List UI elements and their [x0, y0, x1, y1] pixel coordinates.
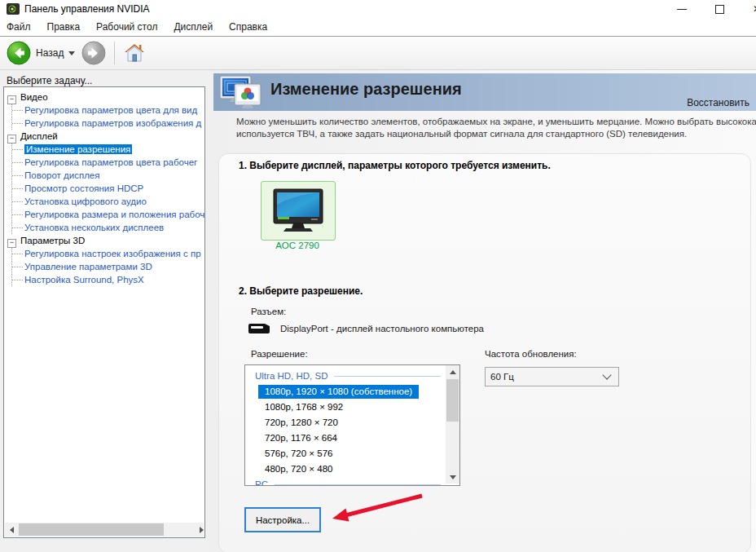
tree-item-label: Регулировка параметров изображения д	[24, 118, 201, 128]
back-button-label[interactable]: Назад	[36, 47, 64, 59]
resolution-option-selected[interactable]: 1080p, 1920 × 1080 (собственное)	[245, 384, 444, 400]
close-button[interactable]: ✕	[743, 0, 756, 18]
tree-item-size-position[interactable]: Регулировка размера и положения рабоч	[12, 208, 204, 221]
refresh-rate-dropdown[interactable]: 60 Гц	[485, 367, 619, 386]
window-title: Панель управления NVIDIA	[24, 3, 150, 15]
resolution-option[interactable]: 1080p, 1768 × 992	[245, 400, 444, 415]
maximize-button[interactable]	[705, 0, 733, 18]
tree-group-video[interactable]: −Видео	[4, 91, 204, 104]
scroll-up-icon[interactable]	[446, 365, 459, 378]
resolution-option-label: 1080p, 1768 × 992	[265, 402, 343, 412]
restore-button[interactable]: Восстановить	[687, 97, 749, 108]
title-bar: Панель управления NVIDIA — ✕	[0, 0, 756, 18]
tree-group-3d-settings[interactable]: −Параметры 3D	[4, 234, 204, 247]
description-line-2: используется ТВЧ, а также задать национа…	[236, 128, 756, 140]
resolution-option[interactable]: 480p, 720 × 480	[245, 461, 444, 477]
tree-item-desktop-color[interactable]: Регулировка параметров цвета рабочег	[12, 156, 204, 169]
group-header-label: PC	[255, 477, 268, 486]
navigation-toolbar: Назад	[0, 37, 756, 70]
tree-item-label: Настройка Surround, PhysX	[24, 275, 144, 285]
tree-item-label-selected: Изменение разрешения	[24, 144, 132, 154]
tree-item-change-resolution[interactable]: Изменение разрешения	[12, 143, 204, 156]
resolution-label: Разрешение:	[251, 349, 308, 359]
tree-item-label: Управление параметрами 3D	[24, 262, 152, 272]
connector-row: DisplayPort - дисплей настольного компью…	[248, 323, 484, 334]
scroll-left-icon[interactable]	[5, 523, 19, 537]
resolution-option-label: 720p, 1176 × 664	[265, 433, 337, 443]
back-button[interactable]	[7, 41, 31, 65]
toolbar-separator	[114, 42, 115, 64]
task-tree-panel: −Видео Регулировка параметров цвета для …	[3, 86, 205, 538]
resolution-option[interactable]: 576p, 720 × 576	[245, 446, 444, 461]
nvidia-control-panel-window: Панель управления NVIDIA — ✕ Файл Правка…	[0, 0, 756, 552]
maximize-icon	[715, 5, 724, 14]
tree-group-label: Параметры 3D	[20, 236, 85, 245]
resolution-option-label: 720p, 1280 × 720	[265, 417, 338, 427]
tree-item-label: Регулировка размера и положения рабоч	[24, 210, 204, 219]
step1-heading: 1. Выберите дисплей, параметры которого …	[239, 160, 551, 171]
refresh-rate-value: 60 Гц	[490, 372, 604, 382]
home-button[interactable]	[123, 42, 146, 64]
tree-item-label: Установка цифрового аудио	[24, 197, 147, 206]
scroll-right-icon[interactable]	[190, 523, 204, 537]
resolution-group-header: Ultra HD, HD, SD	[245, 369, 444, 384]
menu-file[interactable]: Файл	[0, 18, 39, 36]
description-line-1: Можно уменьшить количество элементов, от…	[236, 116, 756, 128]
tree-group-display[interactable]: −Дисплей	[4, 130, 204, 143]
menu-display[interactable]: Дисплей	[165, 18, 221, 36]
tree-item-video-color[interactable]: Регулировка параметров цвета для вид	[12, 104, 204, 117]
chevron-down-icon	[602, 370, 611, 379]
tree-item-label: Регулировка параметров цвета рабочег	[24, 157, 197, 167]
sidebar-header: Выберите задачу...	[7, 75, 92, 86]
task-tree: −Видео Регулировка параметров цвета для …	[4, 87, 204, 286]
customize-button[interactable]: Настройка...	[244, 507, 321, 532]
resolution-option[interactable]: 720p, 1176 × 664	[245, 431, 444, 446]
resolution-listbox[interactable]: Ultra HD, HD, SD 1080p, 1920 × 1080 (соб…	[244, 364, 460, 486]
sidebar-horizontal-scrollbar[interactable]	[5, 523, 204, 537]
menu-edit[interactable]: Правка	[39, 18, 89, 36]
change-resolution-icon	[218, 74, 266, 112]
back-history-dropdown-icon[interactable]	[68, 51, 75, 55]
tree-item-label: Просмотр состояния HDCP	[24, 183, 143, 193]
scroll-down-icon[interactable]	[446, 470, 459, 484]
resolution-option[interactable]: 720p, 1280 × 720	[245, 415, 444, 431]
tree-item-hdcp-status[interactable]: Просмотр состояния HDCP	[12, 182, 204, 195]
resolution-group-header-pc: PC	[245, 477, 444, 486]
resolution-option-label: 1080p, 1920 × 1080 (собственное)	[258, 385, 419, 399]
resolution-option-label: 576p, 720 × 576	[265, 448, 332, 458]
tree-item-video-image[interactable]: Регулировка параметров изображения д	[12, 117, 204, 130]
tree-item-multiple-displays[interactable]: Установка нескольких дисплеев	[12, 221, 204, 234]
tree-item-label: Установка нескольких дисплеев	[24, 223, 164, 232]
page-title: Изменение разрешения	[270, 80, 462, 99]
menu-bar: Файл Правка Рабочий стол Дисплей Справка	[0, 18, 756, 37]
menu-help[interactable]: Справка	[221, 18, 275, 36]
displayport-icon	[248, 323, 272, 334]
tree-item-3d-image-settings[interactable]: Регулировка настроек изображения с пр	[12, 247, 204, 260]
nvidia-logo-icon	[7, 2, 20, 15]
tree-item-rotate-display[interactable]: Поворот дисплея	[12, 169, 204, 182]
tree-group-label: Дисплей	[20, 131, 58, 141]
display-tile-aoc2790[interactable]	[261, 181, 336, 241]
main-content: Изменение разрешения Восстановить Можно …	[210, 70, 756, 552]
task-sidebar: Выберите задачу... −Видео Регулировка па…	[0, 70, 210, 552]
minimize-button[interactable]: —	[668, 0, 696, 18]
tree-item-label: Регулировка параметров цвета для вид	[24, 105, 197, 115]
refresh-rate-label: Частота обновления:	[485, 349, 577, 359]
group-header-rule	[334, 376, 441, 377]
tree-item-digital-audio[interactable]: Установка цифрового аудио	[12, 195, 204, 208]
page-header-banner: Изменение разрешения Восстановить	[213, 73, 756, 111]
step2-heading: 2. Выберите разрешение.	[239, 285, 363, 297]
menu-desktop[interactable]: Рабочий стол	[88, 18, 165, 36]
group-header-rule	[275, 484, 441, 485]
forward-button[interactable]	[81, 41, 106, 65]
display-name-label: AOC 2790	[261, 241, 334, 250]
tree-item-label: Поворот дисплея	[24, 170, 99, 180]
group-header-label: Ultra HD, HD, SD	[255, 369, 327, 384]
tree-item-label: Регулировка настроек изображения с пр	[24, 249, 201, 258]
scrollbar-thumb[interactable]	[19, 523, 164, 536]
resolution-option-label: 480p, 720 × 480	[265, 464, 332, 474]
tree-item-surround-physx[interactable]: Настройка Surround, PhysX	[12, 273, 204, 286]
tree-item-3d-manage[interactable]: Управление параметрами 3D	[12, 260, 204, 273]
scrollbar-thumb[interactable]	[446, 379, 459, 422]
listbox-vertical-scrollbar[interactable]	[446, 365, 459, 484]
